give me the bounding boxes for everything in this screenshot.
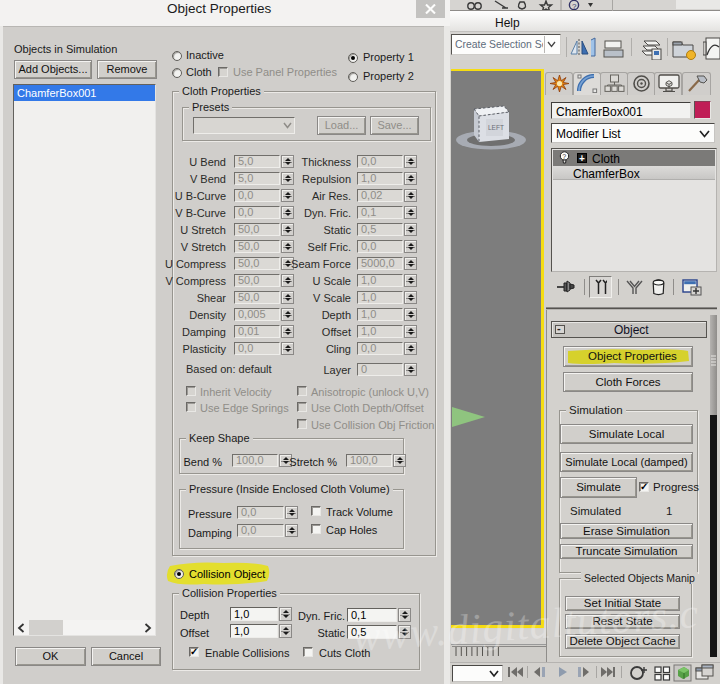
svg-text:?: ? [572,2,577,10]
svg-text:LEFT: LEFT [488,124,504,131]
svg-text:?: ? [562,153,566,160]
